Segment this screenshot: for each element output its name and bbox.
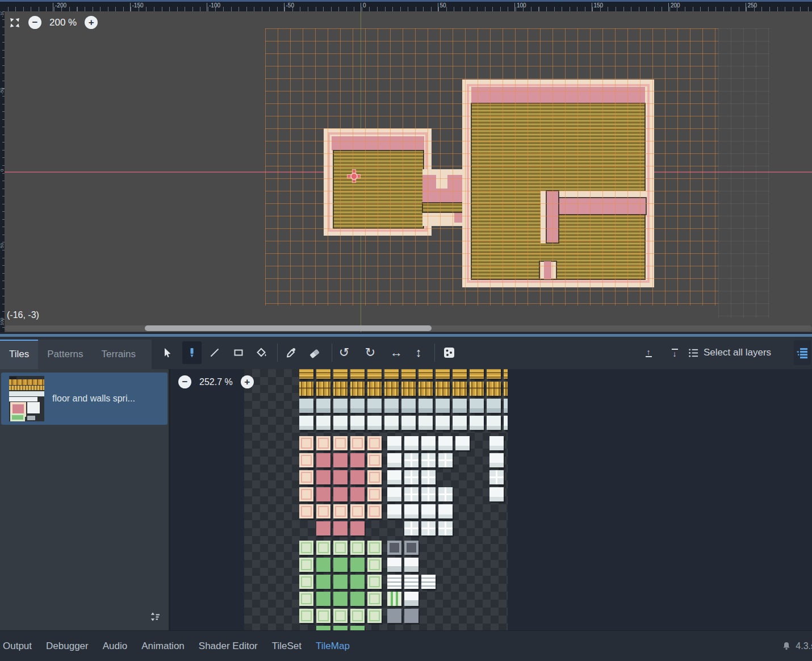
atlas-tile[interactable]: [333, 416, 348, 430]
atlas-tile[interactable]: [333, 541, 348, 555]
atlas-tile[interactable]: [350, 541, 365, 555]
atlas-tile[interactable]: [438, 521, 453, 536]
tile-atlas-view[interactable]: [244, 369, 508, 630]
atlas-tile[interactable]: [387, 453, 401, 467]
atlas-tile[interactable]: [316, 504, 330, 518]
atlas-tile[interactable]: [387, 541, 401, 555]
atlas-tile[interactable]: [404, 487, 418, 501]
bucket-fill-tool-button[interactable]: [252, 341, 271, 364]
tab-animation[interactable]: Animation: [141, 641, 185, 652]
atlas-tile[interactable]: [299, 504, 313, 518]
random-tile-button[interactable]: [440, 341, 459, 364]
tab-tileset[interactable]: TileSet: [272, 641, 302, 652]
atlas-tile[interactable]: [350, 470, 365, 484]
paint-tool-button[interactable]: [182, 341, 202, 364]
atlas-tile[interactable]: [333, 369, 348, 379]
atlas-tile[interactable]: [404, 436, 418, 450]
atlas-tile[interactable]: [489, 436, 504, 450]
atlas-tile[interactable]: [333, 382, 348, 396]
atlas-tile[interactable]: [384, 399, 399, 413]
atlas-tile[interactable]: [404, 541, 418, 555]
canvas-horizontal-scrollbar[interactable]: [5, 325, 812, 331]
atlas-tile[interactable]: [316, 558, 330, 572]
atlas-tile[interactable]: [333, 504, 348, 518]
tab-terrains[interactable]: Terrains: [93, 340, 145, 369]
eraser-tool-button[interactable]: [305, 341, 324, 364]
atlas-tile[interactable]: [350, 575, 365, 589]
atlas-tile[interactable]: [401, 382, 416, 396]
atlas-tile[interactable]: [316, 436, 330, 450]
tab-tiles[interactable]: Tiles: [0, 340, 38, 369]
atlas-tile[interactable]: [350, 558, 365, 572]
atlas-tile[interactable]: [299, 436, 313, 450]
atlas-tile[interactable]: [436, 399, 450, 413]
atlas-tile[interactable]: [367, 504, 382, 518]
atlas-tile[interactable]: [438, 453, 453, 467]
atlas-tile[interactable]: [421, 504, 436, 518]
atlas-tile[interactable]: [299, 382, 313, 396]
atlas-tile[interactable]: [350, 504, 365, 518]
atlas-tile[interactable]: [384, 369, 399, 379]
atlas-zoom-in-button[interactable]: +: [241, 375, 254, 388]
atlas-tile[interactable]: [350, 453, 365, 467]
atlas-tile[interactable]: [299, 575, 313, 589]
atlas-tile[interactable]: [299, 399, 313, 413]
atlas-tile[interactable]: [333, 575, 348, 589]
atlas-tile[interactable]: [316, 609, 330, 623]
atlas-tile[interactable]: [350, 487, 365, 501]
atlas-tile[interactable]: [404, 470, 418, 484]
atlas-tile[interactable]: [421, 487, 436, 501]
atlas-tile[interactable]: [299, 416, 313, 430]
move-layer-up-button[interactable]: ↑: [639, 341, 658, 364]
atlas-tile[interactable]: [333, 626, 348, 630]
atlas-tile[interactable]: [316, 399, 330, 413]
atlas-tile[interactable]: [387, 504, 401, 518]
atlas-tile[interactable]: [436, 369, 450, 379]
atlas-tile[interactable]: [367, 436, 382, 450]
sort-sources-button[interactable]: [147, 609, 163, 625]
atlas-tile[interactable]: [316, 453, 330, 467]
atlas-tile[interactable]: [418, 399, 433, 413]
atlas-tile[interactable]: [333, 436, 348, 450]
rotate-left-button[interactable]: ↺: [334, 341, 354, 364]
atlas-tile[interactable]: [316, 575, 330, 589]
highlight-selected-layer-toggle[interactable]: [794, 340, 811, 365]
atlas-tile[interactable]: [404, 609, 418, 623]
atlas-tile[interactable]: [316, 487, 330, 501]
atlas-tile[interactable]: [470, 382, 484, 396]
tab-audio[interactable]: Audio: [103, 641, 127, 652]
atlas-tile[interactable]: [367, 382, 382, 396]
atlas-tile[interactable]: [299, 592, 313, 606]
rotate-right-button[interactable]: ↻: [361, 341, 380, 364]
tab-debugger[interactable]: Debugger: [46, 641, 89, 652]
atlas-tile[interactable]: [367, 416, 382, 430]
atlas-tile[interactable]: [387, 575, 401, 589]
atlas-tile[interactable]: [299, 369, 313, 379]
atlas-tile[interactable]: [384, 416, 399, 430]
atlas-tile[interactable]: [470, 399, 484, 413]
atlas-tile[interactable]: [418, 416, 433, 430]
atlas-tile[interactable]: [453, 399, 467, 413]
rect-tool-button[interactable]: [229, 341, 248, 364]
tab-output[interactable]: Output: [3, 641, 32, 652]
atlas-tile[interactable]: [299, 558, 313, 572]
atlas-tile[interactable]: [316, 541, 330, 555]
atlas-tile[interactable]: [333, 558, 348, 572]
atlas-tile[interactable]: [367, 541, 382, 555]
atlas-tile[interactable]: [438, 487, 453, 501]
atlas-tile[interactable]: [387, 592, 401, 606]
atlas-tile[interactable]: [404, 504, 418, 518]
atlas-tile[interactable]: [404, 592, 418, 606]
notification-bell-icon[interactable]: [782, 642, 791, 651]
atlas-tile[interactable]: [401, 416, 416, 430]
atlas-tile[interactable]: [421, 521, 436, 536]
atlas-tile[interactable]: [316, 416, 330, 430]
atlas-tile[interactable]: [384, 382, 399, 396]
atlas-tile[interactable]: [418, 382, 433, 396]
flip-horizontal-button[interactable]: ↔: [387, 341, 406, 364]
selection-tool-button[interactable]: [157, 341, 177, 364]
atlas-tile[interactable]: [470, 416, 484, 430]
atlas-tile[interactable]: [487, 416, 501, 430]
atlas-tile[interactable]: [453, 416, 467, 430]
atlas-tile[interactable]: [436, 382, 450, 396]
